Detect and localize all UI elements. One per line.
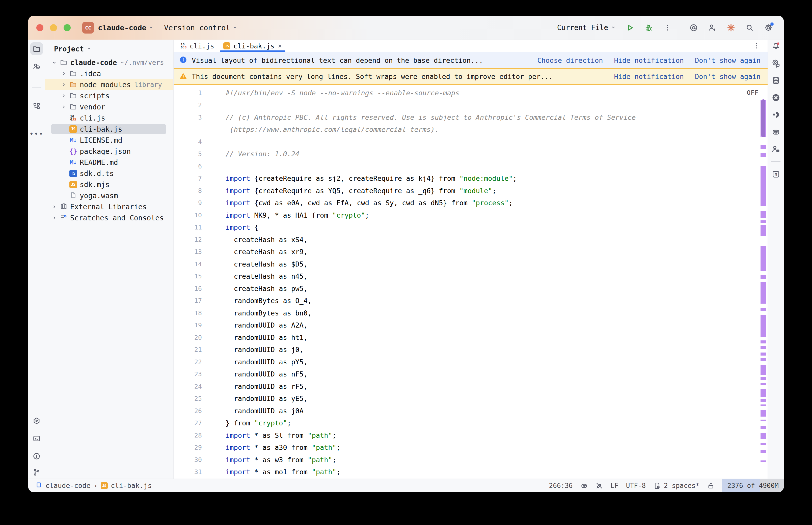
code-line-22[interactable]: 22 randomUUID as pY5, xyxy=(174,356,768,368)
robot-status-icon[interactable] xyxy=(580,482,588,490)
pull-requests-tool-icon[interactable] xyxy=(30,60,43,73)
tree-item-claude-code[interactable]: claude-code~/.nvm/vers xyxy=(45,57,173,68)
lock-icon[interactable] xyxy=(707,482,714,490)
terminal-tool-icon[interactable] xyxy=(30,432,43,445)
tree-item-sdk.d.ts[interactable]: TSsdk.d.ts xyxy=(45,168,173,179)
ai-assistant-icon[interactable] xyxy=(689,23,698,32)
structure-tool-icon[interactable] xyxy=(30,100,43,112)
code-line-16[interactable]: 16 createHash as pw5, xyxy=(174,282,768,295)
file-encoding[interactable]: UTF-8 xyxy=(626,482,646,490)
robot-assistant-icon[interactable] xyxy=(771,127,781,137)
tree-item-node_modules[interactable]: node_moduleslibrary xyxy=(45,79,173,90)
project-tool-icon[interactable] xyxy=(30,42,43,55)
plugin-shield-icon[interactable] xyxy=(771,110,781,120)
code-line-17[interactable]: 17 randomBytes as O_4, xyxy=(174,295,768,307)
run-tool-icon[interactable] xyxy=(30,415,43,427)
breadcrumb-project[interactable]: claude-code xyxy=(45,482,91,490)
code-line-19[interactable]: 19 randomUUID as A2A, xyxy=(174,319,768,332)
code-line-30[interactable]: 30import * as w3 from "path"; xyxy=(174,454,768,466)
code-line-25[interactable]: 25 randomUUID as yE5, xyxy=(174,393,768,405)
close-tab-icon[interactable]: × xyxy=(278,42,282,50)
close-window-button[interactable] xyxy=(36,24,43,31)
readonly-pen-icon[interactable] xyxy=(595,482,603,490)
code-line-7[interactable]: 7import {createRequire as sj2, createReq… xyxy=(174,172,768,185)
search-everywhere-icon[interactable] xyxy=(745,23,754,32)
vcs-menu[interactable]: Version control xyxy=(164,24,238,32)
chevron-right-icon[interactable] xyxy=(60,82,68,88)
chevron-right-icon[interactable] xyxy=(50,215,59,221)
code-line-wrap[interactable]: (https://www.anthropic.com/legal/commerc… xyxy=(174,123,768,136)
dont-show-again-link[interactable]: Don't show again xyxy=(695,57,761,64)
run-configuration-selector[interactable]: Current File xyxy=(557,24,616,32)
code-line-12[interactable]: 12 createHash as xS4, xyxy=(174,234,768,246)
tree-item-.idea[interactable]: .idea xyxy=(45,68,173,79)
code-line-2[interactable]: 2 xyxy=(174,99,768,111)
tree-item-LICENSE.md[interactable]: M↓LICENSE.md xyxy=(45,135,173,146)
code-line-3[interactable]: 3// (c) Anthropic PBC. All rights reserv… xyxy=(174,111,768,123)
chevron-right-icon[interactable] xyxy=(60,71,68,76)
indent-size[interactable]: 2 spaces* xyxy=(664,482,699,490)
git-tool-icon[interactable] xyxy=(30,466,43,479)
code-line-28[interactable]: 28import * as Sl from "path"; xyxy=(174,429,768,441)
tree-item-cli-bak.js[interactable]: JScli-bak.js xyxy=(45,123,173,135)
notifications-bell-icon[interactable] xyxy=(771,41,781,51)
chevron-right-icon[interactable] xyxy=(50,204,59,210)
code-with-me-icon[interactable] xyxy=(771,144,781,154)
code-line-20[interactable]: 20 randomUUID as ht1, xyxy=(174,331,768,344)
tree-item-Scratches and Consoles[interactable]: Scratches and Consoles xyxy=(45,212,173,223)
editor-scrollbar[interactable] xyxy=(760,85,767,479)
code-line-6[interactable]: 6 xyxy=(174,160,768,172)
tab-list-options-icon[interactable] xyxy=(753,40,760,52)
dont-show-again-link[interactable]: Don't show again xyxy=(695,73,761,80)
code-line-15[interactable]: 15 createHash as n45, xyxy=(174,270,768,283)
code-area[interactable]: 1#!/usr/bin/env -S node --no-warnings --… xyxy=(174,85,768,479)
database-tool-icon[interactable] xyxy=(771,76,781,85)
code-line-23[interactable]: 23 randomUUID as nF5, xyxy=(174,368,768,380)
tree-item-package.json[interactable]: {}package.json xyxy=(45,146,173,157)
choose-direction-link[interactable]: Choose direction xyxy=(537,57,603,64)
code-line-4[interactable]: 4 xyxy=(174,136,768,148)
more-actions-icon[interactable] xyxy=(663,23,672,32)
m-plugin-icon[interactable]: M xyxy=(771,169,781,179)
more-tool-windows-icon[interactable]: ••• xyxy=(30,127,43,140)
project-panel-header[interactable]: Project xyxy=(45,42,173,56)
hide-notification-link[interactable]: Hide notification xyxy=(614,73,684,80)
x-plugin-icon[interactable] xyxy=(771,93,781,102)
tree-item-scripts[interactable]: scripts xyxy=(45,90,173,101)
tree-item-vendor[interactable]: vendor xyxy=(45,101,173,112)
add-user-icon[interactable] xyxy=(708,23,717,32)
zoom-window-button[interactable] xyxy=(63,24,71,31)
line-ending[interactable]: LF xyxy=(611,482,618,490)
settings-gear-icon[interactable] xyxy=(764,23,773,32)
code-line-5[interactable]: 5// Version: 1.0.24 xyxy=(174,148,768,160)
code-line-26[interactable]: 26 randomUUID as j0A xyxy=(174,405,768,417)
caret-position[interactable]: 266:36 xyxy=(549,482,573,490)
code-line-9[interactable]: 9import {cwd as e0A, cwd as FfA, cwd as … xyxy=(174,197,768,209)
scrollbar-thumb[interactable] xyxy=(761,99,765,137)
code-line-10[interactable]: 10import MK9, * as HA1 from "crypto"; xyxy=(174,209,768,221)
run-button[interactable] xyxy=(625,23,635,32)
tree-item-sdk.mjs[interactable]: JSsdk.mjs xyxy=(45,179,173,190)
code-line-27[interactable]: 27} from "crypto"; xyxy=(174,417,768,430)
code-line-14[interactable]: 14 createHash as $D5, xyxy=(174,258,768,270)
code-line-18[interactable]: 18 randomBytes as bn0, xyxy=(174,307,768,319)
code-line-13[interactable]: 13 createHash as xr9, xyxy=(174,246,768,258)
code-line-24[interactable]: 24 randomUUID as rF5, xyxy=(174,380,768,393)
code-line-21[interactable]: 21 randomUUID as j0, xyxy=(174,344,768,356)
tree-item-README.md[interactable]: M↓README.md xyxy=(45,157,173,168)
tree-item-cli.js[interactable]: 100JScli.js xyxy=(45,112,173,123)
chevron-right-icon[interactable] xyxy=(60,93,68,99)
minimize-window-button[interactable] xyxy=(50,24,57,31)
memory-indicator[interactable]: 2376 of 4900M xyxy=(722,479,784,493)
indent-config-icon[interactable] xyxy=(653,482,661,490)
code-line-11[interactable]: 11import { xyxy=(174,221,768,234)
breadcrumb-file[interactable]: cli-bak.js xyxy=(111,482,152,490)
code-line-8[interactable]: 8import {createRequire as YQ5, createReq… xyxy=(174,184,768,197)
tree-item-External Libraries[interactable]: External Libraries xyxy=(45,201,173,212)
tab-cli-bak-js[interactable]: JS cli-bak.js × xyxy=(219,40,286,52)
tree-item-yoga.wasm[interactable]: yoga.wasm xyxy=(45,190,173,201)
chevron-right-icon[interactable] xyxy=(60,104,68,110)
chevron-down-icon[interactable] xyxy=(50,60,59,65)
code-line-29[interactable]: 29import * as a30 from "path"; xyxy=(174,441,768,454)
tab-cli-js[interactable]: 10 0JS cli.js xyxy=(176,40,219,52)
